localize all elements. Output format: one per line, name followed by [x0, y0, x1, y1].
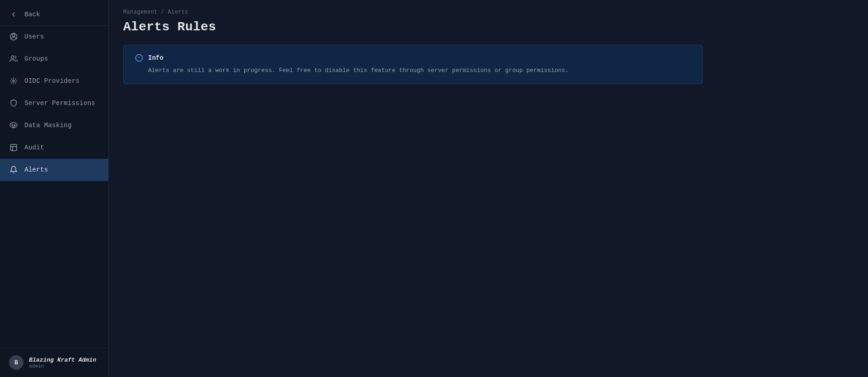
sidebar-back-label: Back [24, 11, 40, 18]
breadcrumb: Management / Alerts [123, 9, 854, 15]
sidebar-item-oidc[interactable]: OIDC Providers [0, 70, 108, 92]
sidebar-footer: B Blazing Kraft Admin admin [0, 348, 108, 377]
footer-name: Blazing Kraft Admin [29, 357, 96, 363]
sidebar-item-alerts[interactable]: Alerts [0, 159, 108, 181]
sidebar-item-alerts-label: Alerts [24, 166, 48, 173]
audit-icon [9, 143, 18, 152]
oidc-icon [9, 76, 18, 86]
sidebar-item-data-masking-label: Data Masking [24, 122, 72, 129]
page-title: Alerts Rules [123, 20, 854, 34]
users-icon [9, 54, 18, 63]
sidebar: Back Users Groups OIDC Providers [0, 0, 109, 377]
info-banner-header: Info [135, 53, 692, 62]
svg-point-3 [13, 80, 15, 82]
main-content: Management / Alerts Alerts Rules Info Al… [109, 0, 868, 377]
sidebar-item-server-permissions-label: Server Permissions [24, 100, 95, 107]
svg-rect-6 [10, 144, 17, 151]
sidebar-item-groups[interactable]: Groups [0, 48, 108, 70]
sidebar-item-data-masking[interactable]: Data Masking [0, 115, 108, 137]
info-banner: Info Alerts are still a work in progress… [123, 45, 703, 84]
sidebar-item-users[interactable]: Users [0, 26, 108, 48]
avatar: B [9, 355, 24, 370]
sidebar-item-users-label: Users [24, 33, 44, 40]
svg-point-4 [12, 125, 13, 126]
svg-point-5 [14, 125, 15, 126]
user-circle-icon [9, 32, 18, 41]
info-banner-text: Alerts are still a work in progress. Fee… [135, 66, 692, 76]
footer-text: Blazing Kraft Admin admin [29, 357, 96, 369]
sidebar-back-button[interactable]: Back [0, 4, 108, 26]
footer-role: admin [29, 363, 96, 369]
sidebar-item-server-permissions[interactable]: Server Permissions [0, 92, 108, 115]
info-icon [135, 53, 144, 62]
sidebar-item-audit-label: Audit [24, 144, 44, 151]
svg-point-2 [11, 56, 14, 58]
sidebar-item-oidc-label: OIDC Providers [24, 77, 80, 85]
back-icon [9, 10, 18, 19]
sidebar-item-groups-label: Groups [24, 55, 48, 62]
bell-icon [9, 165, 18, 174]
info-banner-title: Info [148, 54, 164, 62]
sidebar-item-audit[interactable]: Audit [0, 137, 108, 159]
mask-icon [9, 121, 18, 130]
sidebar-nav: Back Users Groups OIDC Providers [0, 0, 108, 348]
shield-icon [9, 99, 18, 108]
svg-point-0 [12, 34, 15, 37]
